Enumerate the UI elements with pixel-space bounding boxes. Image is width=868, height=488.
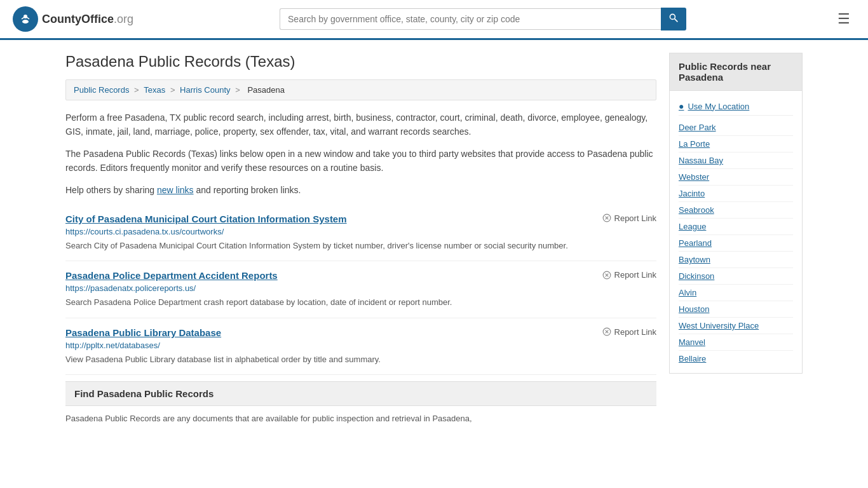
search-area <box>280 8 686 30</box>
breadcrumb-sep-2: > <box>170 85 177 95</box>
sidebar-links: Deer ParkLa PorteNassau BayWebsterJacint… <box>679 119 793 367</box>
sidebar-city-seabrook[interactable]: Seabrook <box>679 202 793 219</box>
sidebar-city-houston[interactable]: Houston <box>679 301 793 318</box>
report-icon-1 <box>602 271 611 280</box>
record-item-2: Pasadena Public Library Database Report … <box>65 318 656 376</box>
sidebar-header: Public Records near Pasadena <box>669 53 803 91</box>
description-para3: Help others by sharing new links and rep… <box>65 183 656 197</box>
content-area: Pasadena Public Records (Texas) Public R… <box>65 53 656 426</box>
record-item-1: Pasadena Police Department Accident Repo… <box>65 261 656 318</box>
sidebar-city-dickinson[interactable]: Dickinson <box>679 268 793 285</box>
logo-text: CountyOffice.org <box>42 13 133 26</box>
record-item-0: City of Pasadena Municipal Court Citatio… <box>65 205 656 262</box>
main-container: Pasadena Public Records (Texas) Public R… <box>53 40 815 438</box>
search-button[interactable] <box>661 8 686 30</box>
report-icon-0 <box>602 214 611 222</box>
sidebar-city-jacinto[interactable]: Jacinto <box>679 186 793 202</box>
record-desc-1: Search Pasadena Police Department crash … <box>65 296 656 309</box>
search-input[interactable] <box>280 8 661 30</box>
logo-area: CountyOffice.org <box>13 6 133 32</box>
description-para1: Perform a free Pasadena, TX public recor… <box>65 111 656 139</box>
description-para2: The Pasadena Public Records (Texas) link… <box>65 147 656 175</box>
breadcrumb-harris-county[interactable]: Harris County <box>180 85 230 95</box>
breadcrumb-sep-3: > <box>235 85 242 95</box>
report-link-2[interactable]: Report Link <box>602 327 656 337</box>
svg-point-2 <box>22 20 29 24</box>
report-icon-2 <box>602 327 611 336</box>
site-header: CountyOffice.org ☰ <box>0 0 868 40</box>
record-desc-2: View Pasadena Public Library database li… <box>65 353 656 366</box>
sidebar-city-bellaire[interactable]: Bellaire <box>679 351 793 367</box>
report-link-1[interactable]: Report Link <box>602 270 656 280</box>
sidebar-city-webster[interactable]: Webster <box>679 169 793 186</box>
record-header-1: Pasadena Police Department Accident Repo… <box>65 270 656 281</box>
logo-icon <box>13 6 38 32</box>
sidebar-city-alvin[interactable]: Alvin <box>679 285 793 301</box>
sidebar-content: ● Use My Location Deer ParkLa PorteNassa… <box>669 91 803 374</box>
hamburger-icon: ☰ <box>837 11 850 27</box>
record-url-2[interactable]: http://ppltx.net/databases/ <box>65 341 656 350</box>
sidebar-city-nassau-bay[interactable]: Nassau Bay <box>679 152 793 169</box>
records-list: City of Pasadena Municipal Court Citatio… <box>65 205 656 376</box>
record-title-0[interactable]: City of Pasadena Municipal Court Citatio… <box>65 214 347 224</box>
breadcrumb: Public Records > Texas > Harris County >… <box>65 79 656 100</box>
page-title: Pasadena Public Records (Texas) <box>65 53 656 71</box>
use-my-location[interactable]: ● Use My Location <box>679 97 793 116</box>
breadcrumb-current: Pasadena <box>247 85 285 95</box>
location-pin-icon: ● <box>679 101 684 111</box>
breadcrumb-texas[interactable]: Texas <box>144 85 165 95</box>
sidebar-city-manvel[interactable]: Manvel <box>679 334 793 351</box>
svg-line-4 <box>675 19 678 22</box>
record-title-2[interactable]: Pasadena Public Library Database <box>65 327 221 338</box>
sidebar-city-pearland[interactable]: Pearland <box>679 235 793 252</box>
header-right: ☰ <box>832 8 855 30</box>
svg-point-3 <box>670 14 675 19</box>
find-section-header: Find Pasadena Public Records <box>65 381 656 406</box>
sidebar-city-west-university-place[interactable]: West University Place <box>679 318 793 334</box>
breadcrumb-sep-1: > <box>134 85 141 95</box>
record-title-1[interactable]: Pasadena Police Department Accident Repo… <box>65 270 278 281</box>
new-links-link[interactable]: new links <box>157 185 194 195</box>
sidebar-city-league[interactable]: League <box>679 219 793 235</box>
record-url-0[interactable]: https://courts.ci.pasadena.tx.us/courtwo… <box>65 227 656 236</box>
record-desc-0: Search City of Pasadena Municipal Court … <box>65 240 656 252</box>
report-link-0[interactable]: Report Link <box>602 214 656 223</box>
breadcrumb-public-records[interactable]: Public Records <box>74 85 129 95</box>
record-url-1[interactable]: https://pasadenatx.policereports.us/ <box>65 283 656 293</box>
record-header-2: Pasadena Public Library Database Report … <box>65 327 656 338</box>
menu-button[interactable]: ☰ <box>832 8 855 30</box>
sidebar-city-deer-park[interactable]: Deer Park <box>679 119 793 136</box>
find-section-desc: Pasadena Public Records are any document… <box>65 406 656 426</box>
sidebar: Public Records near Pasadena ● Use My Lo… <box>669 53 803 426</box>
record-header-0: City of Pasadena Municipal Court Citatio… <box>65 214 656 224</box>
sidebar-city-la-porte[interactable]: La Porte <box>679 136 793 152</box>
sidebar-city-baytown[interactable]: Baytown <box>679 252 793 268</box>
